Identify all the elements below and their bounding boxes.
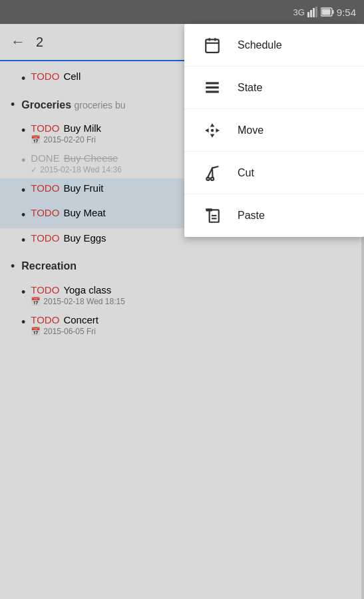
context-menu: Schedule State Move bbox=[184, 24, 364, 237]
menu-label-schedule: Schedule bbox=[238, 39, 282, 51]
list-icon bbox=[200, 76, 224, 100]
svg-rect-13 bbox=[206, 91, 219, 93]
svg-marker-15 bbox=[210, 134, 215, 137]
svg-rect-7 bbox=[206, 39, 219, 53]
menu-item-cut[interactable]: Cut bbox=[184, 152, 364, 194]
menu-label-move: Move bbox=[238, 124, 264, 136]
move-icon bbox=[200, 118, 224, 142]
cut-icon bbox=[200, 161, 224, 185]
svg-marker-14 bbox=[210, 123, 215, 126]
paste-icon bbox=[200, 204, 224, 228]
calendar-icon bbox=[200, 33, 224, 57]
menu-item-state[interactable]: State bbox=[184, 67, 364, 109]
menu-label-cut: Cut bbox=[238, 167, 254, 179]
menu-item-paste[interactable]: Paste bbox=[184, 194, 364, 237]
svg-line-21 bbox=[208, 168, 212, 178]
svg-rect-12 bbox=[206, 86, 219, 88]
menu-label-paste: Paste bbox=[238, 210, 265, 222]
menu-label-state: State bbox=[238, 82, 262, 94]
svg-rect-11 bbox=[206, 82, 219, 84]
menu-item-schedule[interactable]: Schedule bbox=[184, 24, 364, 67]
svg-line-22 bbox=[212, 168, 213, 178]
svg-line-23 bbox=[212, 166, 218, 168]
svg-rect-25 bbox=[206, 208, 212, 211]
svg-marker-17 bbox=[216, 128, 219, 132]
menu-item-move[interactable]: Move bbox=[184, 109, 364, 152]
svg-marker-16 bbox=[205, 128, 208, 132]
svg-point-18 bbox=[211, 128, 214, 131]
